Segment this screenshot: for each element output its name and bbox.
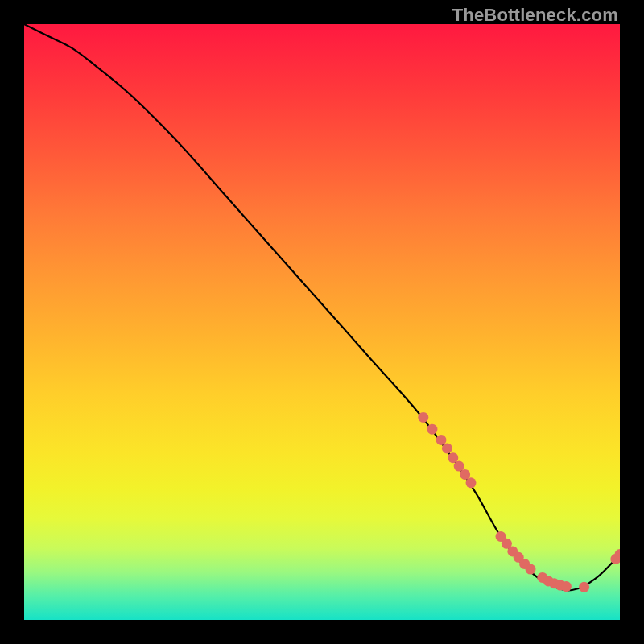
chart-overlay-svg (24, 24, 620, 620)
data-point-marker (466, 477, 477, 488)
chart-stage: TheBottleneck.com (0, 0, 644, 644)
chart-plot-area (24, 24, 620, 620)
data-point-markers (418, 412, 620, 592)
data-point-marker (561, 581, 572, 592)
data-point-marker (442, 443, 452, 453)
bottleneck-curve-line (24, 24, 620, 590)
data-point-marker (418, 412, 428, 423)
data-point-marker (579, 582, 589, 592)
data-point-marker (427, 424, 437, 435)
data-point-marker (526, 564, 536, 575)
watermark-text: TheBottleneck.com (452, 5, 618, 26)
